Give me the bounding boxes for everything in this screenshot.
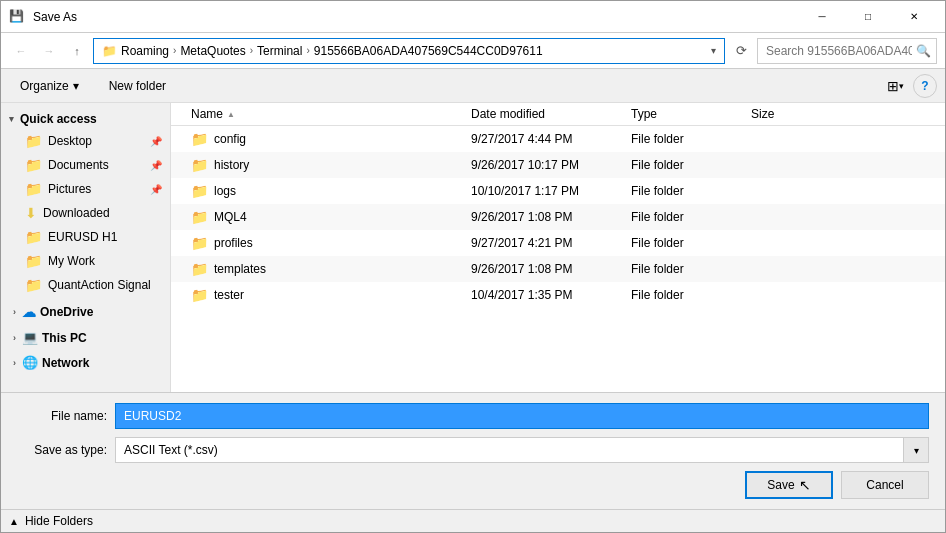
folder-icon-small: 📁 [102, 44, 117, 58]
address-path[interactable]: 📁 Roaming › MetaQuotes › Terminal › 9155… [93, 38, 725, 64]
file-type-cell: File folder [631, 132, 751, 146]
up-button[interactable]: ↑ [65, 39, 89, 63]
folder-icon: 📁 [191, 157, 208, 173]
refresh-button[interactable]: ⟳ [729, 39, 753, 63]
maximize-button[interactable]: □ [845, 1, 891, 33]
file-name-text: config [214, 132, 246, 146]
table-row[interactable]: 📁 config 9/27/2017 4:44 PM File folder [171, 126, 945, 152]
sidebar-item-desktop[interactable]: 📁 Desktop 📌 [1, 129, 170, 153]
sidebar-onedrive-header[interactable]: › ☁ OneDrive [1, 301, 170, 323]
file-type-cell: File folder [631, 158, 751, 172]
bottom-section: File name: Save as type: ASCII Text (*.c… [1, 392, 945, 509]
quick-access-label: Quick access [20, 112, 97, 126]
sidebar-item-eurusd[interactable]: 📁 EURUSD H1 [1, 225, 170, 249]
view-button[interactable]: ⊞ ▾ [881, 73, 909, 99]
close-button[interactable]: ✕ [891, 1, 937, 33]
save-button-label: Save [767, 478, 794, 492]
table-row[interactable]: 📁 tester 10/4/2017 1:35 PM File folder [171, 282, 945, 308]
table-row[interactable]: 📁 MQL4 9/26/2017 1:08 PM File folder [171, 204, 945, 230]
new-folder-button[interactable]: New folder [98, 73, 177, 99]
chevron-down-icon: ▾ [9, 114, 14, 124]
save-type-select[interactable]: ASCII Text (*.csv) [115, 437, 929, 463]
file-type-cell: File folder [631, 210, 751, 224]
cancel-button[interactable]: Cancel [841, 471, 929, 499]
folder-icon: 📁 [25, 181, 42, 197]
file-name-cell: 📁 MQL4 [171, 209, 471, 225]
pin-icon: 📌 [150, 160, 162, 171]
folder-icon: 📁 [191, 261, 208, 277]
sidebar-item-label: My Work [48, 254, 95, 268]
main-content: ▾ Quick access 📁 Desktop 📌 📁 Documents 📌… [1, 103, 945, 392]
file-name-text: logs [214, 184, 236, 198]
cursor-icon: ↖ [799, 477, 811, 493]
table-row[interactable]: 📁 logs 10/10/2017 1:17 PM File folder [171, 178, 945, 204]
toolbar-right: ⊞ ▾ ? [881, 73, 937, 99]
save-type-label: Save as type: [17, 443, 107, 457]
file-date-cell: 9/26/2017 10:17 PM [471, 158, 631, 172]
thispc-label: This PC [42, 331, 87, 345]
sidebar-item-downloaded[interactable]: ⬇ Downloaded [1, 201, 170, 225]
sidebar-item-label: Pictures [48, 182, 91, 196]
sidebar: ▾ Quick access 📁 Desktop 📌 📁 Documents 📌… [1, 103, 171, 392]
sidebar-thispc-header[interactable]: › 💻 This PC [1, 327, 170, 348]
sidebar-item-documents[interactable]: 📁 Documents 📌 [1, 153, 170, 177]
folder-icon: 📁 [25, 133, 42, 149]
sidebar-item-label: QuantAction Signal [48, 278, 151, 292]
folder-icon: 📁 [191, 287, 208, 303]
sidebar-network-header[interactable]: › 🌐 Network [1, 352, 170, 373]
pin-icon: 📌 [150, 136, 162, 147]
column-date-label: Date modified [471, 107, 545, 121]
thispc-section: › 💻 This PC [1, 325, 170, 350]
file-name-row: File name: [17, 403, 929, 429]
table-row[interactable]: 📁 templates 9/26/2017 1:08 PM File folde… [171, 256, 945, 282]
path-sep-1: › [173, 45, 176, 56]
sidebar-quick-access-header[interactable]: ▾ Quick access [1, 109, 170, 129]
back-button[interactable]: ← [9, 39, 33, 63]
dropdown-arrow[interactable]: ▾ [711, 45, 716, 56]
folder-icon: 📁 [191, 131, 208, 147]
minimize-button[interactable]: ─ [799, 1, 845, 33]
column-type-label: Type [631, 107, 657, 121]
window-title: Save As [33, 10, 77, 24]
search-input[interactable] [757, 38, 937, 64]
sidebar-item-label: Desktop [48, 134, 92, 148]
chevron-right-icon: › [13, 333, 16, 343]
path-part-2: MetaQuotes [180, 44, 245, 58]
sidebar-item-mywork[interactable]: 📁 My Work [1, 249, 170, 273]
file-name-text: profiles [214, 236, 253, 250]
hide-folders[interactable]: ▲ Hide Folders [1, 509, 945, 532]
file-name-text: history [214, 158, 249, 172]
chevron-right-icon: › [13, 307, 16, 317]
search-icon: 🔍 [916, 44, 931, 58]
file-date-cell: 10/10/2017 1:17 PM [471, 184, 631, 198]
onedrive-label: OneDrive [40, 305, 93, 319]
network-icon: 🌐 [22, 355, 38, 370]
path-part-4: 915566BA06ADA407569C544CC0D97611 [314, 44, 543, 58]
sidebar-item-pictures[interactable]: 📁 Pictures 📌 [1, 177, 170, 201]
column-header-name[interactable]: Name ▲ [171, 107, 471, 121]
chevron-right-icon: › [13, 358, 16, 368]
column-header-size[interactable]: Size [751, 107, 831, 121]
file-name-label: File name: [17, 409, 107, 423]
sidebar-item-quantaction[interactable]: 📁 QuantAction Signal [1, 273, 170, 297]
folder-icon: 📁 [191, 209, 208, 225]
file-type-cell: File folder [631, 236, 751, 250]
save-button[interactable]: Save ↖ [745, 471, 833, 499]
folder-icon: ⬇ [25, 205, 37, 221]
file-rows-container: 📁 config 9/27/2017 4:44 PM File folder 📁… [171, 126, 945, 308]
table-row[interactable]: 📁 profiles 9/27/2017 4:21 PM File folder [171, 230, 945, 256]
column-header-type[interactable]: Type [631, 107, 751, 121]
forward-button[interactable]: → [37, 39, 61, 63]
file-name-input[interactable] [115, 403, 929, 429]
organize-arrow: ▾ [73, 79, 79, 93]
file-type-cell: File folder [631, 262, 751, 276]
bottom-buttons: Save ↖ Cancel [17, 471, 929, 499]
folder-icon: 📁 [191, 183, 208, 199]
table-row[interactable]: 📁 history 9/26/2017 10:17 PM File folder [171, 152, 945, 178]
file-list-header: Name ▲ Date modified Type Size [171, 103, 945, 126]
file-name-cell: 📁 profiles [171, 235, 471, 251]
help-button[interactable]: ? [913, 74, 937, 98]
organize-button[interactable]: Organize ▾ [9, 73, 90, 99]
column-header-date[interactable]: Date modified [471, 107, 631, 121]
search-container: 🔍 [757, 38, 937, 64]
